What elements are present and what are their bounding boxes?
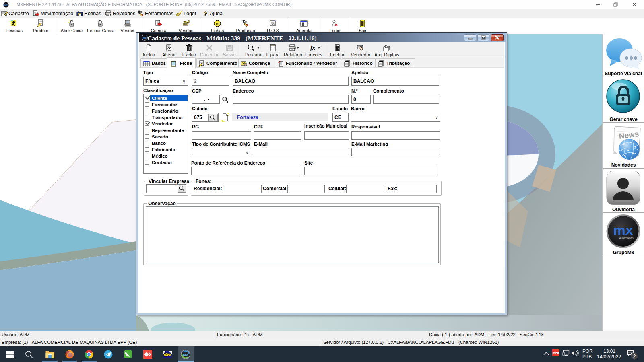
- svg-text:MX: MX: [4, 4, 8, 6]
- svg-text:?: ?: [204, 10, 207, 17]
- svg-text:2: 2: [633, 354, 636, 359]
- svg-text:MX: MX: [143, 37, 147, 39]
- svg-text:10: 10: [215, 22, 219, 26]
- svg-text:fx: fx: [310, 45, 315, 51]
- svg-text:mx: mx: [613, 222, 633, 238]
- svg-text:Automação: Automação: [619, 237, 634, 240]
- svg-text:MX: MX: [183, 352, 189, 357]
